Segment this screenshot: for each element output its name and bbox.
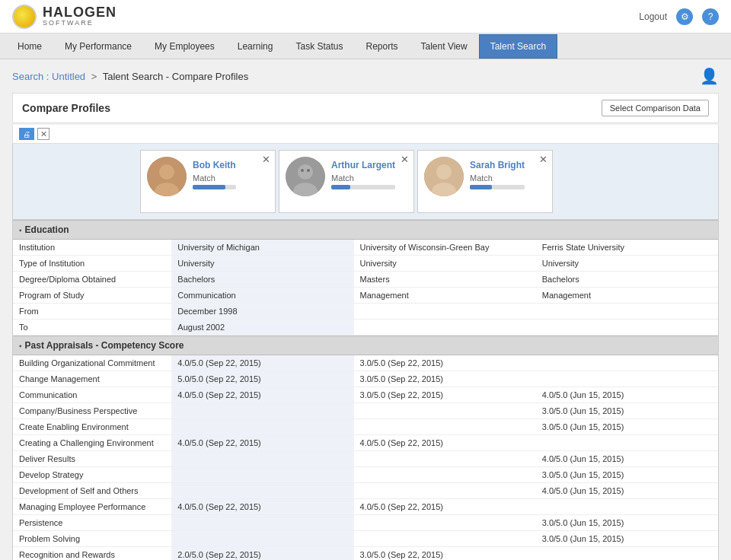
cell-row2-col2: 4.0/5.0 (Jun 15, 2015) [536, 387, 718, 403]
row-label: Development of Self and Others [13, 483, 171, 499]
cell-row9-col1: 4.0/5.0 (Sep 22, 2015) [354, 499, 536, 515]
section-title-1: Past Appraisals - Competency Score [25, 340, 184, 351]
breadcrumb-path: Search : Untitled > Talent Search - Comp… [12, 71, 248, 82]
avatar-svg-arthur [286, 157, 325, 196]
avatar-face-arthur [286, 157, 325, 196]
profile-info-arthur: Arthur Largent Match [331, 157, 395, 189]
table-row: Deliver Results4.0/5.0 (Jun 15, 2015) [13, 451, 718, 467]
settings-icon[interactable]: ⚙ [676, 8, 693, 25]
logo-halogen: HALOGEN [43, 5, 117, 21]
cell-row2-col2: Bachelors [536, 272, 718, 288]
cell-row8-col2: 4.0/5.0 (Jun 15, 2015) [536, 483, 718, 499]
cell-row3-col0 [171, 403, 353, 419]
close-arthur-icon[interactable]: ✕ [401, 154, 409, 165]
cell-row12-col1: 3.0/5.0 (Sep 22, 2015) [354, 547, 536, 561]
nav-talent-view[interactable]: Talent View [410, 34, 479, 59]
close-sarah-icon[interactable]: ✕ [539, 154, 547, 165]
svg-point-1 [159, 164, 174, 180]
svg-point-9 [436, 164, 452, 180]
match-bar-bg-sarah [470, 185, 525, 189]
cell-row9-col0: 4.0/5.0 (Sep 22, 2015) [171, 499, 353, 515]
nav-reports[interactable]: Reports [355, 34, 410, 59]
nav-my-employees[interactable]: My Employees [143, 34, 226, 59]
cell-row10-col2: 3.0/5.0 (Jun 15, 2015) [536, 515, 718, 531]
print-icon[interactable]: 🖨 [19, 128, 34, 140]
table-row: InstitutionUniversity of MichiganUnivers… [13, 240, 718, 256]
cell-row5-col1 [354, 320, 536, 336]
section-table-1: Building Organizational Commitment4.0/5.… [13, 355, 718, 560]
match-bar-arthur [331, 185, 350, 189]
profile-arthur-inner: Arthur Largent Match [286, 157, 407, 196]
cell-row4-col1 [354, 304, 536, 320]
cell-row10-col1 [354, 515, 536, 531]
help-icon[interactable]: ? [702, 8, 719, 25]
table-row: Development of Self and Others4.0/5.0 (J… [13, 483, 718, 499]
row-label: Problem Solving [13, 531, 171, 547]
row-label: Deliver Results [13, 451, 171, 467]
cell-row5-col0: 4.0/5.0 (Sep 22, 2015) [171, 435, 353, 451]
cell-row1-col2: University [536, 256, 718, 272]
svg-point-6 [301, 169, 304, 172]
cell-row0-col2: Ferris State University [536, 240, 718, 256]
section-header-1: ▪Past Appraisals - Competency Score [13, 336, 718, 355]
cell-row1-col2 [536, 371, 718, 387]
logout-link[interactable]: Logout [639, 11, 667, 22]
top-actions: Logout ⚙ ? [639, 8, 719, 25]
cell-row7-col1 [354, 467, 536, 483]
row-label: Program of Study [13, 288, 171, 304]
section-collapse-icon[interactable]: ▪ [19, 226, 22, 234]
logo-software: SOFTWARE [43, 20, 117, 27]
section-title-0: Education [25, 224, 69, 235]
cell-row6-col1 [354, 451, 536, 467]
cell-row7-col2: 3.0/5.0 (Jun 15, 2015) [536, 467, 718, 483]
cell-row11-col0 [171, 531, 353, 547]
table-row: ToAugust 2002 [13, 320, 718, 336]
logo-circle-icon [12, 5, 37, 29]
close-bob-icon[interactable]: ✕ [262, 154, 270, 165]
cell-row2-col0: Bachelors [171, 272, 353, 288]
profile-info-bob: Bob Keith Match [193, 157, 236, 189]
row-label: From [13, 304, 171, 320]
nav-my-performance[interactable]: My Performance [53, 34, 143, 59]
row-label: Recognition and Rewards [13, 547, 171, 561]
data-table-container: ▪EducationInstitutionUniversity of Michi… [13, 220, 718, 560]
cell-row5-col2 [536, 435, 718, 451]
row-label: Create Enabling Environment [13, 419, 171, 435]
cell-row8-col1 [354, 483, 536, 499]
cell-row10-col0 [171, 515, 353, 531]
table-row: Company/Business Perspective3.0/5.0 (Jun… [13, 403, 718, 419]
avatar-face-bob [147, 157, 187, 196]
match-bar-bob [193, 185, 225, 189]
nav-task-status[interactable]: Task Status [284, 34, 354, 59]
breadcrumb-separator: > [91, 71, 97, 82]
table-row: Recognition and Rewards2.0/5.0 (Sep 22, … [13, 547, 718, 561]
nav-learning[interactable]: Learning [226, 34, 285, 59]
nav-talent-search[interactable]: Talent Search [479, 34, 557, 59]
table-row: Persistence3.0/5.0 (Jun 15, 2015) [13, 515, 718, 531]
cell-row1-col0: 5.0/5.0 (Sep 22, 2015) [171, 371, 353, 387]
logo-text: HALOGEN SOFTWARE [43, 5, 117, 28]
clear-icon[interactable]: ✕ [37, 128, 49, 140]
match-bar-bg-arthur [331, 185, 395, 189]
select-comparison-button[interactable]: Select Comparison Data [602, 100, 709, 116]
cell-row4-col0: December 1998 [171, 304, 353, 320]
table-row: Change Management5.0/5.0 (Sep 22, 2015)3… [13, 371, 718, 387]
section-collapse-icon[interactable]: ▪ [19, 342, 22, 350]
row-label: Degree/Diploma Obtained [13, 272, 171, 288]
cell-row5-col1: 4.0/5.0 (Sep 22, 2015) [354, 435, 536, 451]
nav-home[interactable]: Home [6, 34, 53, 59]
match-label-bob: Match [193, 173, 236, 183]
cell-row3-col2: Management [536, 288, 718, 304]
cell-row8-col0 [171, 483, 353, 499]
table-row: Building Organizational Commitment4.0/5.… [13, 355, 718, 371]
row-label: Company/Business Perspective [13, 403, 171, 419]
breadcrumb-current: Talent Search - Compare Profiles [103, 71, 248, 82]
row-label: Creating a Challenging Environment [13, 435, 171, 451]
row-label: Change Management [13, 371, 171, 387]
breadcrumb-link[interactable]: Search : Untitled [12, 71, 85, 82]
cell-row6-col0 [171, 451, 353, 467]
cell-row6-col2: 4.0/5.0 (Jun 15, 2015) [536, 451, 718, 467]
cell-row4-col2: 3.0/5.0 (Jun 15, 2015) [536, 419, 718, 435]
profiles-area: ✕ Bob Keith Match [12, 144, 719, 220]
main-table-wrap[interactable]: ▪EducationInstitutionUniversity of Michi… [12, 220, 719, 560]
